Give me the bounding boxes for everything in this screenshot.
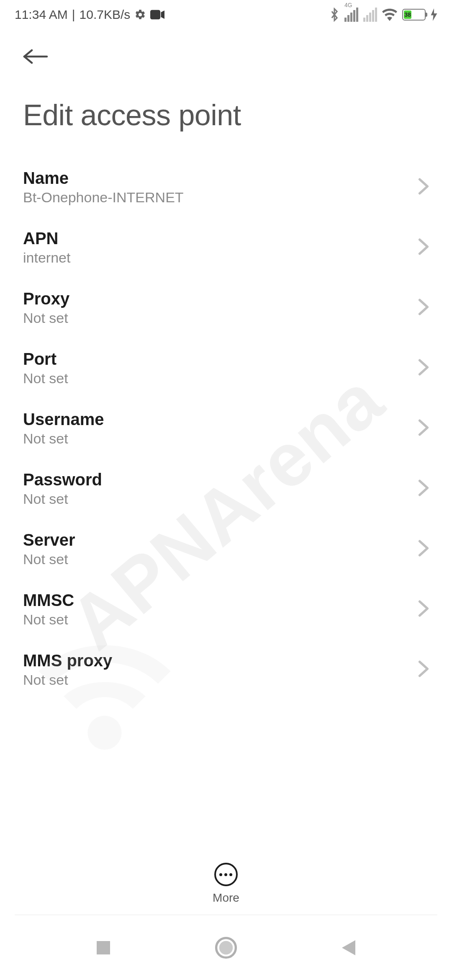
setting-item-password[interactable]: Password Not set [0,459,452,519]
setting-label: MMSC [23,591,74,610]
settings-list: Name Bt-Onephone-INTERNET APN internet P… [0,144,452,700]
more-label: More [213,891,239,905]
setting-label: APN [23,229,70,248]
chevron-right-icon [418,660,429,679]
chevron-right-icon [418,238,429,257]
setting-value: internet [23,250,70,266]
setting-item-apn[interactable]: APN internet [0,217,452,278]
setting-value: Bt-Onephone-INTERNET [23,189,184,206]
chevron-right-icon [418,358,429,378]
setting-value: Not set [23,491,102,507]
bluetooth-icon [329,8,339,22]
status-time: 11:34 AM [15,8,68,22]
setting-item-server[interactable]: Server Not set [0,519,452,579]
gear-icon [134,9,146,21]
setting-item-name[interactable]: Name Bt-Onephone-INTERNET [0,157,452,217]
chevron-right-icon [418,600,429,619]
navigation-bar [0,915,452,980]
signal-4g-icon: 4G [344,8,358,22]
bottom-action-bar: More [0,863,452,913]
status-divider: | [72,8,75,22]
setting-label: Name [23,169,184,188]
signal-no-sim-icon [363,8,377,22]
more-button[interactable]: More [213,863,239,905]
status-bar: 11:34 AM | 10.7KB/s 4G [0,0,452,29]
battery-icon: 38 [402,9,426,21]
setting-item-port[interactable]: Port Not set [0,338,452,398]
setting-value: Not set [23,611,74,628]
chevron-right-icon [418,479,429,498]
nav-back-button[interactable] [336,935,361,960]
chevron-right-icon [418,298,429,317]
svg-rect-0 [150,10,160,20]
setting-label: Password [23,470,102,489]
svg-point-4 [219,941,233,954]
setting-value: Not set [23,310,69,326]
header [0,29,452,69]
setting-item-username[interactable]: Username Not set [0,398,452,459]
page-title: Edit access point [0,69,452,144]
wifi-icon [382,8,397,21]
svg-rect-2 [97,941,110,954]
setting-label: Username [23,410,104,429]
video-icon [150,10,164,20]
status-left-group: 11:34 AM | 10.7KB/s [15,8,164,22]
setting-item-proxy[interactable]: Proxy Not set [0,278,452,338]
nav-home-button[interactable] [213,935,239,960]
charging-icon [431,8,437,21]
more-icon [214,863,238,886]
setting-label: Proxy [23,289,69,308]
status-right-group: 4G 38 [329,8,437,22]
scroll-area[interactable]: APNArena Edit access point Name Bt-Oneph… [0,29,452,870]
nav-recents-button[interactable] [91,935,116,960]
setting-value: Not set [23,370,68,387]
setting-value: Not set [23,551,75,567]
setting-label: Port [23,350,68,369]
setting-value: Not set [23,672,112,688]
back-button[interactable] [23,44,48,69]
chevron-right-icon [418,419,429,438]
battery-level: 38 [404,10,411,19]
chevron-right-icon [418,178,429,197]
setting-label: Server [23,531,75,549]
chevron-right-icon [418,539,429,559]
setting-item-mms-proxy[interactable]: MMS proxy Not set [0,640,452,700]
status-speed: 10.7KB/s [80,8,131,22]
setting-label: MMS proxy [23,651,112,670]
setting-value: Not set [23,431,104,447]
setting-item-mmsc[interactable]: MMSC Not set [0,579,452,640]
